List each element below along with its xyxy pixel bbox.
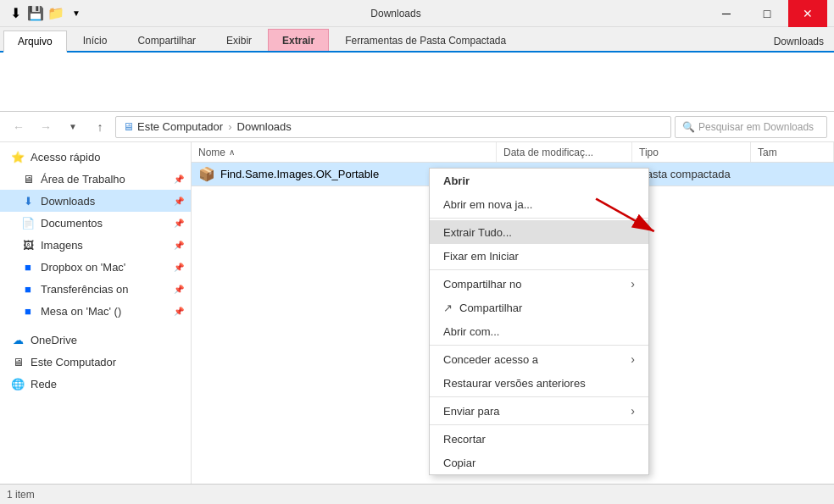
col-header-tipo[interactable]: Tipo xyxy=(632,142,751,162)
folder-icon: 📁 xyxy=(47,5,64,22)
ctx-fixar-label: Fixar em Iniciar xyxy=(443,250,519,263)
sidebar-label-downloads: Downloads xyxy=(41,195,95,208)
sidebar-label-transfer: Transferências on xyxy=(41,283,129,296)
window-title: Downloads xyxy=(85,8,707,19)
ctx-abrir-com[interactable]: Abrir com... xyxy=(430,319,648,343)
sidebar-item-area-de-trabalho[interactable]: 🖥 Área de Trabalho 📌 xyxy=(0,168,191,190)
tab-compartilhar[interactable]: Compartilhar xyxy=(123,29,210,51)
ctx-abrir-label: Abrir xyxy=(443,174,470,187)
ctx-copiar-label: Copiar xyxy=(443,457,475,469)
ctx-abrir-nova-label: Abrir em nova ja... xyxy=(443,198,533,211)
ctx-sep-2 xyxy=(430,269,648,270)
dropdown-nav-button[interactable]: ▼ xyxy=(61,115,85,139)
ctx-extrair-label: Extrair Tudo... xyxy=(443,226,512,239)
forward-button[interactable]: → xyxy=(34,115,58,139)
tab-extrair[interactable]: Extrair xyxy=(268,29,329,51)
title-bar-icons: ⬇ 💾 📁 ▼ xyxy=(7,5,85,22)
sidebar-item-transferencias[interactable]: ■ Transferências on 📌 xyxy=(0,278,191,300)
ctx-sep-3 xyxy=(430,345,648,346)
ctx-fixar[interactable]: Fixar em Iniciar xyxy=(430,244,648,268)
window-controls: ─ □ ✕ xyxy=(707,0,827,27)
minimize-button[interactable]: ─ xyxy=(707,0,746,27)
maximize-button[interactable]: □ xyxy=(748,0,787,27)
ctx-sep-1 xyxy=(430,218,648,219)
search-bar[interactable]: 🔍 Pesquisar em Downloads xyxy=(675,116,827,138)
tab-inicio[interactable]: Início xyxy=(69,29,122,51)
ctx-abrir[interactable]: Abrir xyxy=(430,169,648,192)
sidebar-label-acesso-rapido: Acesso rápido xyxy=(31,151,100,163)
close-button[interactable]: ✕ xyxy=(788,0,827,27)
ctx-copiar[interactable]: Copiar xyxy=(430,451,648,474)
tab-arquivo[interactable]: Arquivo xyxy=(3,30,67,53)
pin-icon-downloads: 📌 xyxy=(174,197,184,206)
status-bar: 1 item xyxy=(0,484,834,504)
sidebar-label-computer: Este Computador xyxy=(31,356,116,368)
transfer-icon: ■ xyxy=(20,281,36,296)
onedrive-icon: ☁ xyxy=(10,332,25,347)
col-tipo-label: Tipo xyxy=(639,147,659,158)
desktop-icon: 🖥 xyxy=(20,171,36,186)
share-icon: ↗ xyxy=(443,302,453,314)
mesa-icon: ■ xyxy=(20,303,36,318)
computer-icon: 🖥 xyxy=(10,354,25,369)
ctx-conceder-label: Conceder acesso a xyxy=(443,353,538,366)
col-header-data[interactable]: Data de modificaç... xyxy=(497,142,632,162)
ribbon-tabs: Arquivo Início Compartilhar Exibir Extra… xyxy=(0,27,834,53)
dropdown-icon[interactable]: ▼ xyxy=(68,5,85,22)
address-computer-icon: 🖥 xyxy=(123,120,134,133)
col-nome-label: Nome xyxy=(198,147,225,158)
network-icon: 🌐 xyxy=(10,376,25,391)
sidebar-item-downloads[interactable]: ⬇ Downloads 📌 xyxy=(0,190,191,212)
file-type: Pasta compactada xyxy=(639,168,731,180)
up-button[interactable]: ↑ xyxy=(88,115,112,139)
sidebar-item-rede[interactable]: 🌐 Rede xyxy=(0,373,191,395)
ctx-recortar-label: Recortar xyxy=(443,433,486,446)
pin-icon-transfer: 📌 xyxy=(174,285,184,294)
tab-exibir[interactable]: Exibir xyxy=(212,29,266,51)
images-icon: 🖼 xyxy=(20,237,36,252)
star-icon: ⭐ xyxy=(10,149,25,164)
search-icon: 🔍 xyxy=(682,121,695,133)
sidebar-label-dropbox: Dropbox on 'Mac' xyxy=(41,261,125,274)
ctx-comp-no-label: Compartilhar no xyxy=(443,278,522,291)
address-sep1: › xyxy=(228,120,231,133)
col-tamanho-label: Tam xyxy=(758,147,777,158)
pin-icon-images: 📌 xyxy=(174,241,184,250)
col-header-nome[interactable]: Nome ∧ xyxy=(192,142,497,162)
ctx-conceder[interactable]: Conceder acesso a › xyxy=(430,347,648,371)
main-layout: ⭐ Acesso rápido 🖥 Área de Trabalho 📌 ⬇ D… xyxy=(0,142,834,484)
sidebar-item-imagens[interactable]: 🖼 Imagens 📌 xyxy=(0,234,191,256)
save-icon: 💾 xyxy=(27,5,44,22)
downloads-icon: ⬇ xyxy=(20,193,36,208)
ctx-recortar[interactable]: Recortar xyxy=(430,427,648,451)
ctx-sep-4 xyxy=(430,396,648,397)
pin-icon-desktop: 📌 xyxy=(174,174,184,184)
sidebar-item-documentos[interactable]: 📄 Documentos 📌 xyxy=(0,212,191,234)
file-type-cell: Pasta compactada xyxy=(632,163,751,186)
ctx-extrair-tudo[interactable]: Extrair Tudo... xyxy=(430,220,648,244)
ctx-enviar-para[interactable]: Enviar para › xyxy=(430,399,648,423)
tab-ferramentas[interactable]: Ferramentas de Pasta Compactada xyxy=(331,29,520,51)
sidebar-item-este-computador[interactable]: 🖥 Este Computador xyxy=(0,351,191,373)
ctx-abrir-nova[interactable]: Abrir em nova ja... xyxy=(430,192,648,216)
search-placeholder: Pesquisar em Downloads xyxy=(698,121,814,133)
dropbox-icon: ■ xyxy=(20,259,36,274)
sidebar-item-acesso-rapido[interactable]: ⭐ Acesso rápido xyxy=(0,146,191,168)
address-bar[interactable]: 🖥 Este Computador › Downloads xyxy=(115,116,671,138)
title-bar: ⬇ 💾 📁 ▼ Downloads ─ □ ✕ xyxy=(0,0,834,27)
address-part2[interactable]: Downloads xyxy=(237,120,292,133)
sidebar-label-desktop: Área de Trabalho xyxy=(41,173,125,186)
sidebar-item-onedrive[interactable]: ☁ OneDrive xyxy=(0,329,191,351)
nav-bar: ← → ▼ ↑ 🖥 Este Computador › Downloads 🔍 … xyxy=(0,112,834,142)
col-header-tamanho[interactable]: Tam xyxy=(751,142,834,162)
ctx-compartilhar-no[interactable]: Compartilhar no › xyxy=(430,272,648,296)
sidebar-item-dropbox[interactable]: ■ Dropbox on 'Mac' 📌 xyxy=(0,256,191,278)
back-button[interactable]: ← xyxy=(7,115,31,139)
sidebar-item-mesa[interactable]: ■ Mesa on 'Mac' () 📌 xyxy=(0,300,191,322)
ctx-restaurar[interactable]: Restaurar versões anteriores xyxy=(430,371,648,395)
zip-file-icon: 📦 xyxy=(198,166,215,182)
status-items-count: 1 item xyxy=(7,489,35,501)
col-data-label: Data de modificaç... xyxy=(503,147,593,158)
address-part1[interactable]: Este Computador xyxy=(137,120,223,133)
ctx-compartilhar[interactable]: ↗ Compartilhar xyxy=(430,296,648,319)
